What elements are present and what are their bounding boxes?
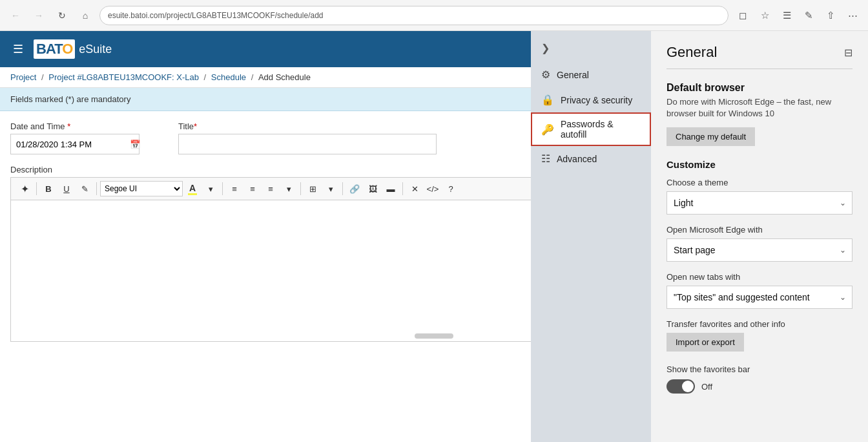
address-text: esuite.batoi.com/project/LG8ABTEU13MCOOK… — [108, 11, 324, 20]
settings-nav-general[interactable]: ⚙ General — [531, 62, 651, 87]
settings-privacy-label: Privacy & security — [561, 95, 632, 105]
settings-pin-button[interactable]: ⊟ — [844, 47, 852, 59]
browser-icons: ◻ ☆ ☰ ✎ ⇧ ⋯ — [734, 6, 862, 25]
settings-passwords-icon: 🔑 — [541, 123, 554, 136]
settings-general-icon: ⚙ — [541, 68, 550, 81]
toolbar-media[interactable]: ▬ — [382, 180, 399, 197]
settings-advanced-icon: ☷ — [541, 153, 550, 165]
settings-general-label: General — [557, 70, 589, 80]
toolbar-underline[interactable]: U — [58, 180, 75, 197]
favorites-button[interactable]: ☆ — [756, 6, 774, 25]
tab-button[interactable]: ◻ — [734, 6, 752, 25]
toolbar-fullscreen[interactable]: ✕ — [406, 180, 423, 197]
settings-nav-passwords[interactable]: 🔑 Passwords & autofill — [531, 112, 651, 146]
calendar-button[interactable]: 📅 — [130, 134, 141, 154]
toolbar-ordered-list[interactable]: ≡ — [244, 180, 261, 197]
title-input[interactable] — [178, 134, 437, 154]
open-with-label: Open Microsoft Edge with — [666, 225, 852, 235]
toolbar-bullet-list[interactable]: ≡ — [226, 180, 243, 197]
favorites-bar-toggle[interactable] — [666, 379, 695, 394]
toolbar-sep-3 — [222, 182, 223, 195]
main-wrapper: ☰ BATO eSuite Project / Project #LG8ABTE… — [0, 31, 868, 442]
toolbar-sep-5 — [342, 182, 343, 195]
favorites-bar-label: Show the favorites bar — [666, 364, 852, 374]
date-input[interactable] — [11, 134, 130, 154]
logo-area: BATO eSuite — [34, 39, 112, 59]
settings-main: General ⊟ Default browser Do more with M… — [651, 31, 868, 442]
home-button[interactable]: ⌂ — [76, 6, 94, 25]
open-with-select[interactable]: Start page New tab page Previous pages A… — [666, 238, 852, 262]
hamburger-button[interactable]: ☰ — [10, 39, 26, 59]
favorites-bar-toggle-row: Off — [666, 379, 852, 394]
new-tabs-select[interactable]: "Top sites" and suggested content Top si… — [666, 286, 852, 309]
toolbar-font-color[interactable]: A — [184, 180, 201, 197]
customize-title: Customize — [666, 159, 852, 170]
new-tabs-label: Open new tabs with — [666, 272, 852, 282]
settings-advanced-label: Advanced — [557, 154, 597, 164]
form-group-date: Date and Time * 📅 — [10, 121, 165, 154]
breadcrumb-sep-1: / — [41, 72, 46, 82]
default-browser-title: Default browser — [666, 82, 852, 94]
logo-o: O — [62, 41, 72, 57]
more-button[interactable]: ⋯ — [843, 6, 862, 25]
transfer-label: Transfer favorites and other info — [666, 319, 852, 329]
toolbar-align-arrow[interactable]: ▾ — [280, 180, 297, 197]
theme-select-wrapper: Light Dark System default ⌄ — [666, 191, 852, 215]
favorites-bar-toggle-label: Off — [701, 382, 712, 392]
address-bar[interactable]: esuite.batoi.com/project/LG8ABTEU13MCOOK… — [99, 6, 728, 25]
toolbar-font-color-arrow[interactable]: ▾ — [202, 180, 219, 197]
toolbar-link[interactable]: 🔗 — [346, 180, 363, 197]
toolbar-sep-2 — [96, 182, 97, 195]
breadcrumb-schedule[interactable]: Schedule — [211, 72, 246, 82]
settings-overlay: ❯ ⚙ General 🔒 Privacy & security 🔑 Passw… — [531, 31, 868, 442]
import-export-button[interactable]: Import or export — [666, 333, 744, 352]
settings-collapse-button[interactable]: ❯ — [536, 39, 554, 57]
breadcrumb-current: Add Schedule — [258, 72, 311, 82]
breadcrumb-sep-3: / — [251, 72, 256, 82]
toolbar-help[interactable]: ? — [442, 180, 459, 197]
toolbar-magic-btn[interactable]: ✦ — [16, 180, 33, 197]
settings-divider — [666, 68, 852, 69]
settings-nav-privacy[interactable]: 🔒 Privacy & security — [531, 87, 651, 112]
change-default-button[interactable]: Change my default — [666, 127, 755, 146]
breadcrumb-project-id[interactable]: Project #LG8ABTEU13MCOOKF: X-Lab — [48, 72, 199, 82]
reading-list-button[interactable]: ☰ — [778, 6, 796, 25]
breadcrumb-project[interactable]: Project — [10, 72, 36, 82]
toolbar-align[interactable]: ≡ — [262, 180, 279, 197]
notes-button[interactable]: ✎ — [800, 6, 818, 25]
browser-chrome: ← → ↻ ⌂ esuite.batoi.com/project/LG8ABTE… — [0, 0, 868, 31]
toolbar-table[interactable]: ⊞ — [304, 180, 321, 197]
settings-privacy-icon: 🔒 — [541, 94, 554, 106]
editor-scrollbar[interactable] — [415, 333, 453, 339]
toggle-knob — [682, 381, 694, 392]
font-a-icon: A — [188, 183, 197, 195]
theme-label: Choose a theme — [666, 178, 852, 187]
toolbar-source[interactable]: </> — [424, 180, 441, 197]
toolbar-image[interactable]: 🖼 — [364, 180, 381, 197]
toolbar-table-arrow[interactable]: ▾ — [322, 180, 339, 197]
toolbar-sep-1 — [36, 182, 37, 195]
date-input-wrapper: 📅 — [10, 134, 140, 154]
refresh-button[interactable]: ↻ — [53, 6, 71, 25]
date-label: Date and Time * — [10, 121, 165, 131]
settings-sidebar: ❯ ⚙ General 🔒 Privacy & security 🔑 Passw… — [531, 31, 651, 442]
toolbar-bold[interactable]: B — [40, 180, 57, 197]
logo-bat: BATO — [34, 39, 75, 59]
settings-title: General — [666, 44, 717, 61]
back-button[interactable]: ← — [6, 6, 25, 25]
theme-select[interactable]: Light Dark System default — [666, 191, 852, 215]
title-required: * — [194, 121, 197, 131]
settings-header: General ⊟ — [666, 44, 852, 61]
date-required: * — [65, 121, 71, 131]
new-tabs-select-wrapper: "Top sites" and suggested content Top si… — [666, 286, 852, 309]
breadcrumb-sep-2: / — [204, 72, 209, 82]
settings-nav-advanced[interactable]: ☷ Advanced — [531, 146, 651, 171]
forward-button[interactable]: → — [30, 6, 48, 25]
font-family-select[interactable]: Segoe UI Arial Times New Roman — [100, 181, 183, 196]
share-button[interactable]: ⇧ — [822, 6, 840, 25]
logo-esuite: eSuite — [79, 43, 112, 56]
default-browser-desc: Do more with Microsoft Edge – the fast, … — [666, 96, 852, 120]
open-with-select-wrapper: Start page New tab page Previous pages A… — [666, 238, 852, 262]
toolbar-strikethrough[interactable]: ✎ — [76, 180, 93, 197]
toolbar-sep-4 — [300, 182, 301, 195]
